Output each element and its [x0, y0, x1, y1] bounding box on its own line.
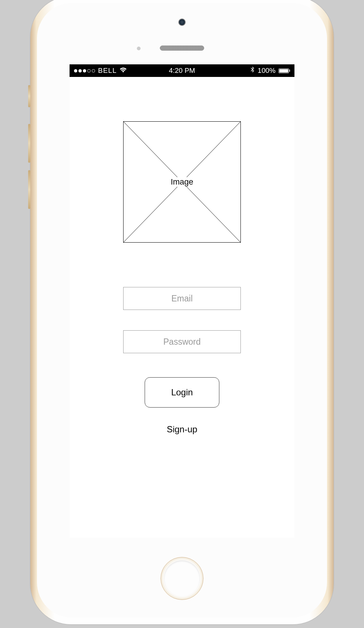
- logo-image-placeholder: Image: [123, 121, 241, 243]
- login-button[interactable]: Login: [145, 377, 219, 408]
- home-button[interactable]: [161, 557, 203, 600]
- mute-switch: [28, 85, 30, 107]
- password-field[interactable]: [123, 330, 241, 353]
- battery-icon: [279, 68, 290, 73]
- wifi-icon: [119, 67, 127, 75]
- front-camera: [178, 18, 186, 26]
- status-bar-right: 100%: [250, 67, 290, 75]
- status-bar: BELL 4:20 PM 100%: [70, 64, 294, 77]
- phone-mockup-frame: BELL 4:20 PM 100%: [30, 0, 334, 624]
- status-bar-time: 4:20 PM: [169, 67, 195, 75]
- battery-percent-label: 100%: [257, 67, 276, 75]
- volume-up-button: [28, 124, 30, 163]
- login-screen-content: Image Login Sign-up: [70, 77, 294, 435]
- phone-screen: BELL 4:20 PM 100%: [70, 64, 294, 538]
- carrier-label: BELL: [98, 67, 117, 75]
- bluetooth-icon: [250, 67, 255, 75]
- phone-bezel: BELL 4:20 PM 100%: [37, 3, 327, 618]
- status-bar-left: BELL: [74, 67, 127, 75]
- signal-strength-icon: [74, 69, 95, 72]
- volume-down-button: [28, 170, 30, 209]
- signup-link[interactable]: Sign-up: [167, 424, 198, 435]
- earpiece-speaker: [160, 45, 204, 51]
- image-placeholder-label: Image: [167, 177, 197, 187]
- email-field[interactable]: [123, 287, 241, 310]
- proximity-sensor: [137, 47, 141, 50]
